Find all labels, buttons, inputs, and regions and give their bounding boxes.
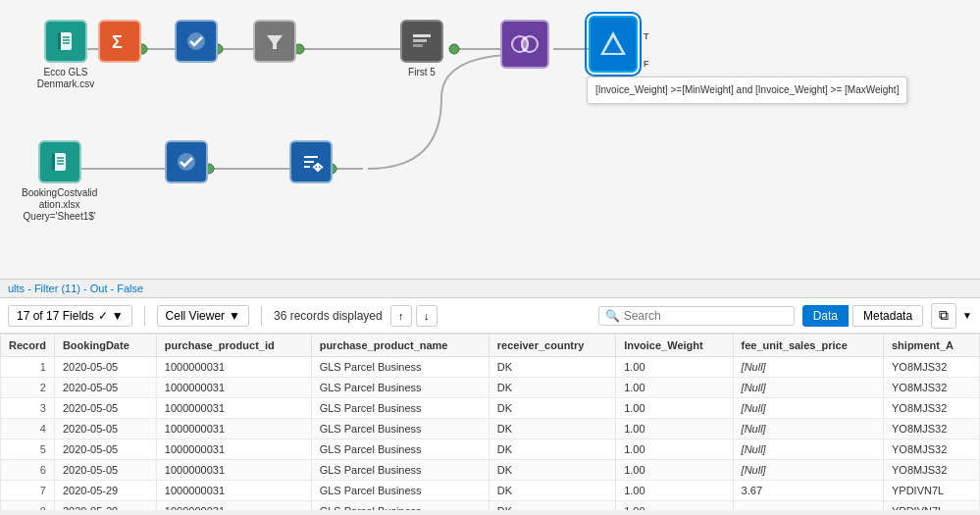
cell-shipment: YO8MJS32 (884, 439, 980, 460)
cell-fee (733, 501, 883, 511)
cell-record: 1 (1, 357, 55, 378)
table-row[interactable]: 6 2020-05-05 1000000031 GLS Parcel Busin… (1, 460, 980, 481)
node-sort[interactable] (289, 140, 333, 183)
cell-date: 2020-05-29 (54, 481, 156, 501)
node-filter-top[interactable] (253, 20, 296, 63)
svg-marker-33 (267, 35, 283, 49)
cell-shipment: YPDIVN7L (884, 501, 980, 511)
search-input[interactable] (624, 309, 781, 323)
cell-country: DK (489, 398, 615, 419)
svg-text:F: F (644, 59, 649, 69)
cell-weight: 1.00 (616, 439, 733, 460)
sigma-icon: Σ (98, 20, 141, 63)
node-join[interactable] (500, 20, 549, 69)
cell-shipment: YO8MJS32 (884, 419, 980, 439)
col-fee-unit-sales-price[interactable]: fee_unit_sales_price (733, 335, 883, 357)
cell-weight: 1.00 (616, 398, 733, 419)
cell-weight: 1.00 (616, 378, 733, 398)
col-invoice-weight[interactable]: Invoice_Weight (616, 335, 733, 357)
sort-up-button[interactable]: ↑ (390, 305, 412, 327)
join-icon (500, 20, 549, 69)
table-row[interactable]: 2 2020-05-05 1000000031 GLS Parcel Busin… (1, 378, 980, 398)
col-purchase-product-name[interactable]: purchase_product_name (311, 335, 489, 357)
svg-rect-41 (52, 153, 55, 171)
col-purchase-product-id[interactable]: purchase_product_id (156, 335, 311, 357)
table-header-row: Record BookingDate purchase_product_id p… (1, 335, 980, 357)
cell-shipment: YO8MJS32 (884, 357, 980, 378)
svg-rect-36 (413, 44, 423, 47)
search-icon: 🔍 (605, 309, 620, 323)
fields-selector-button[interactable]: 17 of 17 Fields ✓ ▼ (8, 305, 132, 327)
col-shipment-a[interactable]: shipment_A (884, 335, 980, 357)
cell-viewer-button[interactable]: Cell Viewer ▼ (157, 305, 249, 327)
cell-fee: [Null] (733, 378, 883, 398)
cell-prod-name: GLS Parcel Business (311, 481, 489, 501)
svg-point-16 (449, 44, 459, 54)
cell-country: DK (489, 481, 615, 501)
cell-weight: 1.00 (616, 357, 733, 378)
cell-record: 5 (1, 439, 55, 460)
filter-tooltip: [Invoice_Weight] >=[MinWeight] and [Invo… (587, 77, 907, 104)
cell-prod-id: 1000000031 (156, 357, 311, 378)
table-row[interactable]: 1 2020-05-05 1000000031 GLS Parcel Busin… (1, 357, 980, 378)
sort-icon (289, 140, 333, 183)
tab-metadata-button[interactable]: Metadata (852, 305, 923, 327)
cell-viewer-label: Cell Viewer (166, 309, 225, 323)
cell-prod-id: 1000000031 (156, 501, 311, 511)
cell-prod-id: 1000000031 (156, 481, 311, 501)
cell-date: 2020-05-05 (54, 378, 156, 398)
cell-record: 7 (1, 481, 55, 501)
copy-icon: ⧉ (939, 307, 949, 324)
col-receiver-country[interactable]: receiver_country (489, 335, 615, 357)
cell-record: 6 (1, 460, 55, 481)
book-icon2 (38, 140, 81, 183)
node-book1[interactable]: Ecco GLS Denmark.csv (22, 20, 110, 90)
sort-down-button[interactable]: ↓ (416, 305, 438, 327)
node-check1[interactable] (175, 20, 218, 63)
cell-date: 2020-05-05 (54, 460, 156, 481)
table-row[interactable]: 3 2020-05-05 1000000031 GLS Parcel Busin… (1, 398, 980, 419)
cell-fee: [Null] (733, 460, 883, 481)
table-row[interactable]: 5 2020-05-05 1000000031 GLS Parcel Busin… (1, 439, 980, 460)
cell-prod-name: GLS Parcel Business (311, 398, 489, 419)
cell-fee: [Null] (733, 419, 883, 439)
cell-prod-name: GLS Parcel Business (311, 378, 489, 398)
data-table-wrapper[interactable]: Record BookingDate purchase_product_id p… (0, 334, 980, 510)
node-book2-label: BookingCostvalidation.xlsxQuery='Sheet1$… (22, 187, 97, 223)
node-sigma[interactable]: Σ (98, 20, 141, 63)
cell-record: 4 (1, 419, 55, 439)
cell-shipment: YO8MJS32 (884, 398, 980, 419)
svg-point-32 (187, 32, 205, 50)
records-count: 36 records displayed (274, 309, 383, 323)
cell-country: DK (489, 501, 615, 511)
copy-button[interactable]: ⧉ (931, 303, 956, 329)
search-box[interactable]: 🔍 (598, 306, 795, 326)
cell-prod-name: GLS Parcel Business (311, 419, 489, 439)
node-check2[interactable] (165, 140, 208, 183)
results-bar: ults - Filter (11) - Out - False (0, 280, 980, 298)
workflow-canvas[interactable]: L J R T F Ecco GLS Denmark.csv Σ (0, 0, 980, 280)
node-book1-label: Ecco GLS Denmark.csv (22, 67, 110, 90)
table-row[interactable]: 4 2020-05-05 1000000031 GLS Parcel Busin… (1, 419, 980, 439)
node-first5[interactable]: First 5 (400, 20, 443, 78)
cell-date: 2020-05-29 (54, 501, 156, 511)
col-bookingdate[interactable]: BookingDate (54, 335, 156, 357)
cell-country: DK (489, 439, 615, 460)
cell-prod-id: 1000000031 (156, 378, 311, 398)
col-record[interactable]: Record (1, 335, 55, 357)
toolbar-divider1 (144, 306, 145, 326)
svg-text:Σ: Σ (112, 32, 123, 52)
cell-prod-id: 1000000031 (156, 398, 311, 419)
cell-weight: 1.00 (616, 481, 733, 501)
dropdown-arrow-icon2[interactable]: ▼ (962, 310, 972, 321)
tab-data-button[interactable]: Data (802, 305, 849, 327)
node-book2[interactable]: BookingCostvalidation.xlsxQuery='Sheet1$… (22, 140, 97, 223)
cell-prod-name: GLS Parcel Business (311, 501, 489, 511)
table-row[interactable]: 8 2020-05-29 1000000031 GLS Parcel Busin… (1, 501, 980, 511)
node-azure-filter[interactable] (589, 16, 638, 73)
cell-date: 2020-05-05 (54, 419, 156, 439)
svg-point-39 (521, 36, 529, 52)
cell-country: DK (489, 460, 615, 481)
table-row[interactable]: 7 2020-05-29 1000000031 GLS Parcel Busin… (1, 481, 980, 501)
toolbar-divider2 (261, 306, 262, 326)
